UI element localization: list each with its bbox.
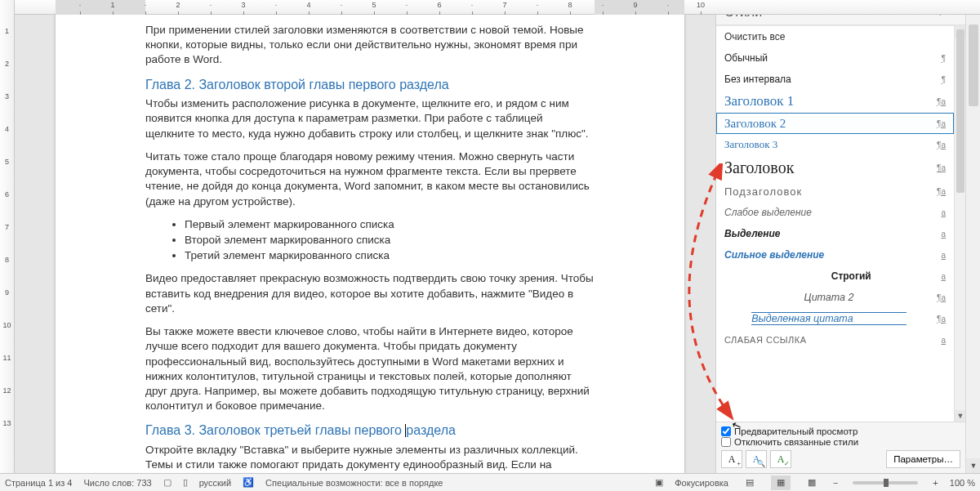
ruler-tick: 4 [0, 113, 14, 145]
body-paragraph[interactable]: При применении стилей заголовки изменяют… [145, 23, 595, 68]
body-paragraph[interactable]: Откройте вкладку "Вставка" и выберите ну… [145, 443, 595, 473]
style-subtitle[interactable]: Подзаголовок ¶a [716, 181, 954, 202]
ruler-tick: 11 [0, 341, 14, 374]
accessibility-icon[interactable]: ♿ [243, 477, 254, 488]
ruler-tick: 3 [0, 80, 14, 113]
ruler-tick: · [586, 1, 619, 15]
style-heading-1[interactable]: Заголовок 1 ¶a [716, 90, 954, 113]
macro-record-icon[interactable]: ▢ [163, 477, 172, 488]
bullet-list[interactable]: Первый элемент маркированного списка Вто… [185, 217, 595, 264]
status-language[interactable]: русский [199, 478, 231, 488]
style-no-spacing[interactable]: Без интервала ¶ [716, 69, 954, 90]
heading-2[interactable]: Глава 2. Заголовок второй главы первого … [145, 76, 595, 94]
zoom-out-button[interactable]: − [833, 478, 838, 488]
ruler-tick: 8 [0, 243, 14, 276]
body-paragraph[interactable]: Вы также можете ввести ключевое слово, ч… [145, 324, 595, 413]
scroll-down-icon[interactable]: ▼ [955, 410, 965, 422]
ruler-tick: · [194, 1, 227, 15]
ruler-tick: 1 [96, 1, 129, 15]
list-item[interactable]: Третий элемент маркированного списка [185, 248, 595, 263]
style-normal[interactable]: Обычный ¶ [716, 47, 954, 69]
view-web-layout-button[interactable]: ▩ [802, 475, 822, 490]
ruler-tick: 1 [0, 15, 14, 47]
ruler-tick: 3 [227, 1, 260, 15]
styles-pane: Стили ▼ ✕ Очистить все Обычный ¶ Без инт… [715, 0, 965, 473]
vertical-ruler[interactable]: 1 2 3 4 5 6 7 8 9 10 11 12 13 [0, 0, 15, 473]
ruler-tick: 9 [619, 1, 652, 15]
ruler-tick: 6 [423, 1, 456, 15]
view-print-layout-button[interactable]: ▦ [771, 475, 791, 490]
window-vertical-scrollbar[interactable]: ▲ ▼ [965, 0, 980, 473]
ruler-tick: · [652, 1, 684, 15]
text-caret [405, 424, 406, 437]
ruler-tick: 10 [684, 1, 717, 15]
zoom-percent[interactable]: 100 % [950, 478, 975, 488]
style-options-button[interactable]: Параметры… [886, 450, 960, 468]
ruler-tick: 2 [0, 47, 14, 80]
ruler-tick: · [64, 1, 96, 15]
view-read-mode-button[interactable]: ▤ [740, 475, 760, 490]
page[interactable]: При применении стилей заголовки изменяют… [56, 15, 684, 473]
status-page[interactable]: Страница 1 из 4 [5, 478, 72, 488]
ruler-tick: · [129, 1, 162, 15]
style-title[interactable]: Заголовок ¶a [716, 155, 954, 181]
proofing-icon[interactable] [183, 477, 188, 488]
style-subtle-emphasis[interactable]: Слабое выделение a [716, 202, 954, 223]
ruler-tick: 7 [0, 211, 14, 243]
body-paragraph[interactable]: Видео предоставляет прекрасную возможнос… [145, 271, 595, 316]
style-clear-all[interactable]: Очистить все [716, 26, 954, 47]
scroll-down-icon[interactable]: ▼ [966, 458, 980, 473]
document-area[interactable]: При применении стилей заголовки изменяют… [15, 15, 715, 473]
focus-mode-icon[interactable]: ▣ [655, 477, 663, 488]
ruler-tick: 13 [0, 407, 14, 440]
body-paragraph[interactable]: Чтобы изменить расположение рисунка в до… [145, 96, 595, 141]
style-list[interactable]: Очистить все Обычный ¶ Без интервала ¶ З… [716, 26, 954, 422]
horizontal-ruler[interactable]: · 1 · 2 · 3 · 4 · 5 · 6 · 7 · 8 · 9 · 10 [15, 0, 980, 15]
disable-linked-checkbox[interactable]: Отключить связанные стили [721, 437, 960, 447]
scroll-thumb[interactable] [969, 25, 978, 106]
preview-checkbox[interactable]: Предварительный просмотр [721, 426, 960, 436]
heading-2[interactable]: Глава 3. Заголовок третьей главы первого… [145, 422, 595, 440]
list-item[interactable]: Второй элемент маркированного списка [185, 233, 595, 248]
new-style-button[interactable]: A+ [721, 450, 742, 468]
style-strong[interactable]: Строгий a [716, 266, 954, 287]
style-emphasis[interactable]: Выделение a [716, 223, 954, 244]
ruler-tick: 12 [0, 374, 14, 407]
style-heading-2[interactable]: Заголовок 2 ¶a [716, 113, 954, 134]
disable-linked-checkbox-input[interactable] [721, 437, 731, 447]
style-subtle-reference[interactable]: СЛАБАЯ ССЫЛКА a [716, 329, 954, 350]
preview-checkbox-input[interactable] [721, 426, 731, 436]
status-focus[interactable]: Фокусировка [675, 478, 728, 488]
list-item[interactable]: Первый элемент маркированного списка [185, 217, 595, 232]
zoom-slider[interactable] [853, 481, 918, 484]
style-list-scrollbar[interactable]: ▲ ▼ [954, 26, 965, 422]
zoom-in-button[interactable]: + [933, 478, 938, 488]
status-word-count[interactable]: Число слов: 733 [83, 478, 151, 488]
ruler-tick: 5 [358, 1, 390, 15]
style-heading-3[interactable]: Заголовок 3 ¶a [716, 134, 954, 155]
ruler-tick: 2 [162, 1, 194, 15]
status-bar: Страница 1 из 4 Число слов: 733 ▢ русски… [0, 473, 980, 491]
style-quote2[interactable]: Цитата 2 ¶a [716, 287, 954, 308]
style-intense-emphasis[interactable]: Сильное выделение a [716, 244, 954, 266]
ruler-tick: 10 [0, 309, 14, 341]
ruler-tick: 9 [0, 276, 14, 309]
ruler-tick: 6 [0, 178, 14, 211]
ruler-tick: · [390, 1, 423, 15]
style-inspector-button[interactable]: A🔍 [746, 450, 767, 468]
scroll-thumb[interactable] [956, 29, 964, 193]
ruler-tick: 7 [488, 1, 521, 15]
ruler-tick: · [521, 1, 554, 15]
ruler-tick: · [260, 1, 292, 15]
ruler-tick: · [325, 1, 358, 15]
ruler-tick: 5 [0, 145, 14, 178]
style-intense-quote[interactable]: Выделенная цитата ¶a [716, 308, 954, 329]
ruler-tick: 8 [554, 1, 586, 15]
manage-styles-button[interactable]: A✓ [770, 450, 791, 468]
body-paragraph[interactable]: Читать тоже стало проще благодаря новому… [145, 150, 595, 209]
ruler-tick: · [456, 1, 488, 15]
status-accessibility[interactable]: Специальные возможности: все в порядке [265, 478, 443, 488]
ruler-tick: 4 [292, 1, 325, 15]
styles-pane-footer: Предварительный просмотр Отключить связа… [716, 422, 965, 473]
